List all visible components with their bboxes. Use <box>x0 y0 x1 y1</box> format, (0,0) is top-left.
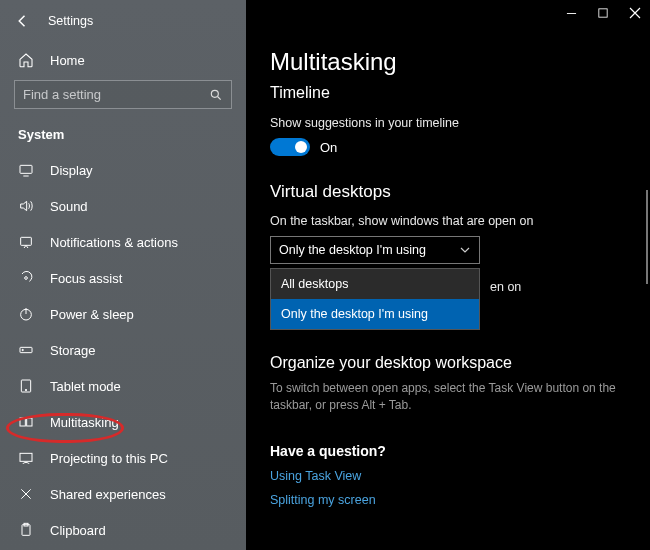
question-heading: Have a question? <box>270 443 632 459</box>
main-pane: Multitasking Timeline Show suggestions i… <box>246 0 650 550</box>
sidebar-item-label: Projecting to this PC <box>50 451 228 466</box>
sidebar-item-label: Display <box>50 163 228 178</box>
projecting-icon <box>18 450 34 466</box>
storage-icon <box>18 342 34 358</box>
sidebar-item-label: Sound <box>50 199 228 214</box>
tablet-icon <box>18 378 34 394</box>
app-title: Settings <box>48 14 93 28</box>
nav-home[interactable]: Home <box>0 40 246 80</box>
sidebar-item-label: Clipboard <box>50 523 228 538</box>
organize-heading: Organize your desktop workspace <box>270 354 632 372</box>
link-task-view[interactable]: Using Task View <box>270 469 632 483</box>
nav-list: Display Sound Notifications & actions Fo… <box>0 152 246 548</box>
multitasking-icon <box>18 414 34 430</box>
power-icon <box>18 306 34 322</box>
sidebar-item-display[interactable]: Display <box>0 152 246 188</box>
sidebar-item-sound[interactable]: Sound <box>0 188 246 224</box>
sidebar-item-projecting[interactable]: Projecting to this PC <box>0 440 246 476</box>
timeline-toggle[interactable] <box>270 138 310 156</box>
sidebar-item-label: Shared experiences <box>50 487 228 502</box>
maximize-icon[interactable] <box>596 6 610 20</box>
home-icon <box>18 52 34 68</box>
notifications-icon <box>18 234 34 250</box>
sidebar-item-label: Notifications & actions <box>50 235 228 250</box>
vd-taskbar-selected: Only the desktop I'm using <box>279 243 426 257</box>
sidebar-item-focus-assist[interactable]: Focus assist <box>0 260 246 296</box>
sidebar-item-storage[interactable]: Storage <box>0 332 246 368</box>
timeline-heading: Timeline <box>270 84 632 102</box>
display-icon <box>18 162 34 178</box>
sidebar-header: Settings <box>0 10 246 40</box>
search-input[interactable] <box>23 87 209 102</box>
sidebar-item-label: Power & sleep <box>50 307 228 322</box>
link-splitting-screen[interactable]: Splitting my screen <box>270 493 632 507</box>
dropdown-option-only-current[interactable]: Only the desktop I'm using <box>271 299 479 329</box>
section-title-system: System <box>0 121 246 152</box>
svg-rect-11 <box>20 453 32 461</box>
search-icon <box>209 88 223 102</box>
svg-rect-14 <box>599 9 607 17</box>
vd-taskbar-dropdown: All desktops Only the desktop I'm using <box>270 268 480 330</box>
sidebar-item-tablet-mode[interactable]: Tablet mode <box>0 368 246 404</box>
svg-rect-10 <box>27 418 32 426</box>
sidebar-item-notifications[interactable]: Notifications & actions <box>0 224 246 260</box>
organize-help-text: To switch between open apps, select the … <box>270 380 632 415</box>
svg-point-0 <box>211 90 218 97</box>
minimize-icon[interactable] <box>564 6 578 20</box>
sidebar-item-shared-exp[interactable]: Shared experiences <box>0 476 246 512</box>
vd-taskbar-select[interactable]: Only the desktop I'm using <box>270 236 480 264</box>
sidebar: Settings Home System Display Sound Notif… <box>0 0 246 550</box>
sidebar-item-clipboard[interactable]: Clipboard <box>0 512 246 548</box>
sound-icon <box>18 198 34 214</box>
sidebar-item-label: Tablet mode <box>50 379 228 394</box>
hidden-label-fragment: en on <box>490 280 521 294</box>
back-icon[interactable] <box>14 12 32 30</box>
search-box[interactable] <box>14 80 232 109</box>
vd-taskbar-label: On the taskbar, show windows that are op… <box>270 214 632 228</box>
scrollbar[interactable] <box>646 190 648 284</box>
dropdown-option-all[interactable]: All desktops <box>271 269 479 299</box>
svg-rect-1 <box>20 165 32 173</box>
svg-rect-9 <box>20 418 25 426</box>
chevron-down-icon <box>459 244 471 256</box>
svg-point-8 <box>25 389 26 390</box>
svg-point-6 <box>22 349 23 350</box>
svg-point-3 <box>25 277 28 280</box>
nav-home-label: Home <box>50 53 85 68</box>
focus-assist-icon <box>18 270 34 286</box>
window-controls <box>564 6 642 20</box>
sidebar-item-multitasking[interactable]: Multitasking <box>0 404 246 440</box>
clipboard-icon <box>18 522 34 538</box>
sidebar-item-power-sleep[interactable]: Power & sleep <box>0 296 246 332</box>
timeline-toggle-state: On <box>320 140 337 155</box>
sidebar-item-label: Storage <box>50 343 228 358</box>
sidebar-item-label: Multitasking <box>50 415 228 430</box>
timeline-suggestion-label: Show suggestions in your timeline <box>270 116 632 130</box>
shared-icon <box>18 486 34 502</box>
svg-rect-2 <box>21 237 32 245</box>
virtual-desktops-heading: Virtual desktops <box>270 182 632 202</box>
sidebar-item-label: Focus assist <box>50 271 228 286</box>
close-icon[interactable] <box>628 6 642 20</box>
